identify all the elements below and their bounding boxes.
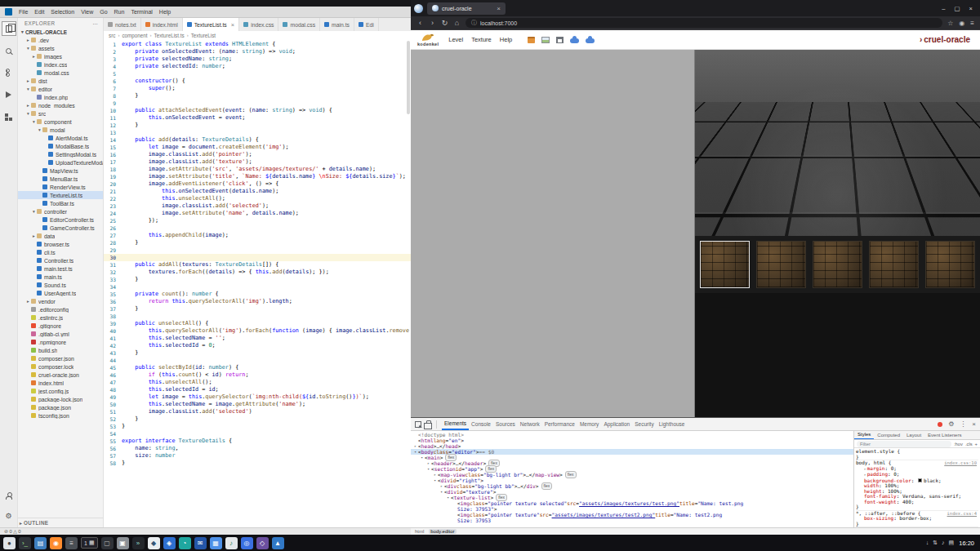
styles-tab-layout[interactable]: Layout [903, 431, 924, 440]
styles-filter-input[interactable]: Filter [857, 441, 951, 447]
code-line-8[interactable]: 8 } [104, 92, 411, 100]
breadcrumb[interactable]: src›component›TextureList.ts›TextureList [104, 31, 411, 39]
styles-toggle-cls[interactable]: .cls [965, 442, 973, 447]
folder-assets[interactable]: ▾assets [18, 44, 103, 52]
file-.eslintrc.js[interactable]: .eslintrc.js [18, 313, 103, 322]
code-line-22[interactable]: 22 this.unselectAll(); [104, 195, 411, 202]
code-line-26[interactable]: 26 [104, 224, 411, 232]
file-index.html[interactable]: index.html [18, 379, 103, 387]
dom-node[interactable]: Size: 37953"> [411, 506, 853, 512]
folder-editor[interactable]: ▾editor [18, 85, 103, 93]
file-index.php[interactable]: index.php [18, 93, 103, 101]
dom-node[interactable]: ▾<div id="right"> [411, 478, 853, 483]
file-main.test.ts[interactable]: main.test.ts [18, 264, 103, 273]
css-property-box-sizing[interactable]: box-sizing: border-box; [856, 516, 978, 522]
folder-src[interactable]: ▾src [18, 109, 103, 118]
folder-.dev[interactable]: ▸.dev [18, 36, 103, 44]
menu-file[interactable]: File [16, 9, 31, 15]
styles-tab-styles[interactable]: Styles [854, 431, 874, 440]
folder-node_modules[interactable]: ▸node_modules [18, 101, 103, 109]
css-source-link[interactable]: index.css:10 [944, 460, 978, 466]
browser-tab[interactable]: cruel-oracle × [427, 2, 506, 15]
code-line-27[interactable]: 27 this.appendChild(image); [104, 232, 411, 239]
folder-data[interactable]: ▸data [18, 232, 103, 240]
file-tsconfig.json[interactable]: tsconfig.json [18, 411, 103, 420]
file-RenderView.ts[interactable]: RenderView.ts [18, 183, 103, 191]
devtools-tab-lighthouse[interactable]: Lighthouse [657, 418, 688, 430]
file-EditorController.ts[interactable]: EditorController.ts [18, 216, 103, 224]
taskbar-app-10-icon[interactable]: ◈ [163, 537, 176, 549]
code-line-35[interactable]: 35 private count(): number { [104, 291, 411, 298]
breadcrumb-item[interactable]: component [122, 33, 147, 38]
cloud-download-icon[interactable] [586, 38, 595, 43]
code-line-34[interactable]: 34 [104, 283, 411, 291]
devtools-more-icon[interactable]: ⋮ [960, 421, 966, 428]
texture-thumbnail-2[interactable] [756, 241, 806, 288]
code-line-52[interactable]: 52 } [104, 415, 411, 423]
folder-dist[interactable]: ▸dist [18, 77, 103, 85]
code-line-49[interactable]: 49 let image = this.querySelector(`img:n… [104, 393, 411, 401]
taskbar-app-17-icon[interactable]: ▲ [272, 537, 284, 549]
file-composer.json[interactable]: composer.json [18, 354, 103, 362]
code-line-13[interactable]: 13 [104, 129, 411, 136]
devtools-tab-network[interactable]: Network [518, 418, 542, 430]
folder-component[interactable]: ▾component [18, 118, 103, 126]
taskbar-app-13-icon[interactable]: ▦ [210, 537, 222, 549]
cloud-upload-icon[interactable] [570, 38, 579, 43]
file-.editorconfig[interactable]: .editorconfig [18, 305, 103, 313]
taskbar-app-16-icon[interactable]: ◇ [256, 537, 269, 549]
minimize-button[interactable]: – [942, 5, 945, 12]
file-modal.css[interactable]: modal.css [18, 69, 103, 77]
code-line-43[interactable]: 43 } [104, 349, 411, 357]
expand-arrow-icon[interactable]: ▾ [425, 466, 431, 472]
dom-node[interactable]: ▾<main>flex [411, 455, 853, 460]
devtools-settings-icon[interactable]: ⚙ [948, 421, 954, 428]
code-line-50[interactable]: 50 this.selectedName = image.getAttribut… [104, 401, 411, 408]
code-line-6[interactable]: 6 constructor() { [104, 78, 411, 85]
code-line-24[interactable]: 24 image.setAttribute('name', details.na… [104, 210, 411, 217]
menu-edit[interactable]: Edit [31, 9, 47, 15]
problems-status[interactable]: ⊘ 0 △ 0 [4, 529, 21, 534]
extensions-icon[interactable] [2, 110, 16, 123]
code-line-16[interactable]: 16 image.classList.add('pointer'); [104, 151, 411, 158]
taskbar-text-editor-icon[interactable]: ≡ [65, 537, 78, 549]
menu-go[interactable]: Go [96, 9, 110, 15]
devtools-tab-elements[interactable]: Elements [442, 418, 469, 430]
code-line-47[interactable]: 47 this.unselectAll(); [104, 379, 411, 386]
reload-icon[interactable]: ↻ [441, 19, 448, 27]
texture-thumbnail-3[interactable] [813, 241, 862, 288]
flex-badge[interactable]: flex [565, 471, 577, 478]
taskbar-app-11-icon[interactable]: ◔ [179, 537, 191, 549]
file-MapView.ts[interactable]: MapView.ts [18, 167, 103, 175]
code-line-33[interactable]: 33 } [104, 276, 411, 283]
code-line-30[interactable]: 30 [104, 254, 411, 261]
tab-close-icon[interactable]: × [231, 21, 234, 29]
code-line-32[interactable]: 32 textures.forEach((details) => { this.… [104, 269, 411, 276]
code-line-53[interactable]: 53} [104, 423, 411, 430]
close-button[interactable]: × [969, 5, 973, 12]
code-line-14[interactable]: 14 public add(details: TextureDetails) { [104, 136, 411, 144]
dom-node[interactable]: <img class="pointer texture selected" sr… [411, 500, 853, 506]
file-cruel-oracle.json[interactable]: cruel-oracle.json [18, 371, 103, 379]
expand-arrow-icon[interactable]: ▸ [864, 467, 866, 471]
code-line-11[interactable]: 11 this.onSelectedEvent = event; [104, 114, 411, 122]
issues-badge[interactable] [938, 422, 942, 427]
dom-node[interactable]: <img class="pointer texture" src="assets… [411, 512, 853, 518]
dom-node[interactable]: ▸<map-view class="bg-light br">…</map-vi… [411, 472, 853, 478]
code-line-55[interactable]: 55export interface TextureDetails { [104, 438, 411, 445]
file-SettingsModal.ts[interactable]: SettingsModal.ts [18, 150, 103, 158]
css-source-link[interactable]: index.css:4 [947, 511, 978, 517]
editor-tab-index.css[interactable]: index.css [239, 18, 278, 31]
dom-node[interactable]: ▸<div class="bg-light bb">…</div>flex [411, 483, 853, 489]
bookmark-star-icon[interactable]: ☆ [947, 20, 953, 27]
home-icon[interactable]: ⌂ [453, 19, 461, 27]
expand-arrow-icon[interactable]: ▸ [439, 483, 444, 489]
code-line-56[interactable]: 56 name: string, [104, 445, 411, 452]
expand-arrow-icon[interactable]: ▸ [425, 460, 431, 466]
render-view-3d[interactable] [695, 50, 980, 236]
outline-section[interactable]: ▸ OUTLINE [18, 518, 103, 527]
file-ModalBase.ts[interactable]: ModalBase.ts [18, 142, 103, 150]
site-nav-texture[interactable]: Texture [471, 36, 492, 43]
file-UserAgent.ts[interactable]: UserAgent.ts [18, 289, 103, 297]
network-tray-icon[interactable]: ⇅ [933, 540, 938, 546]
